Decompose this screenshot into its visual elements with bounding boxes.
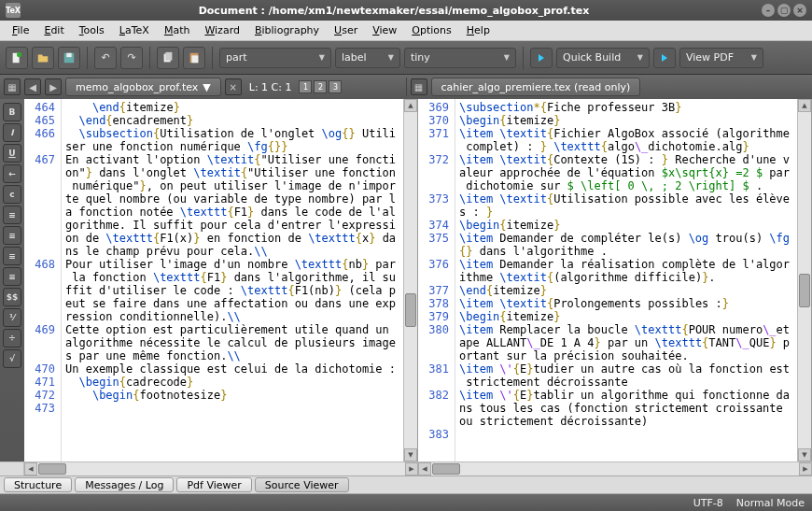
titlebar: TeX Document : /home/xm1/newtexmaker/ess…: [0, 0, 812, 21]
right-file-tab[interactable]: cahier_algo_premiere.tex (read only): [431, 78, 641, 96]
pane-layout-3[interactable]: 3: [329, 80, 342, 93]
pane-layout-1[interactable]: 1: [299, 80, 312, 93]
side-button-1[interactable]: I: [3, 123, 21, 142]
section-combo-value: part: [226, 51, 247, 64]
right-scrollbar-v[interactable]: ▲ ▼: [797, 99, 811, 461]
scroll-left-button[interactable]: ◀: [24, 462, 37, 476]
left-code-area[interactable]: \end{itemize} \end{encadrement} \subsect…: [62, 99, 403, 461]
left-scrollbar-h[interactable]: ◀ ▶: [24, 461, 418, 476]
window-title: Document : /home/xm1/newtexmaker/essai/m…: [26, 5, 762, 17]
side-button-3[interactable]: ←: [3, 164, 21, 183]
right-pane-toggle-button[interactable]: ▦: [411, 78, 427, 95]
close-tab-button[interactable]: ×: [225, 78, 242, 95]
quickbuild-label: Quick Build: [563, 51, 621, 64]
menu-options[interactable]: Options: [405, 22, 457, 38]
side-button-10[interactable]: ⅟: [3, 308, 21, 327]
scroll-up-button[interactable]: ▲: [798, 99, 811, 112]
left-editor-pane: 464465466467468469470471472473 \end{item…: [24, 99, 418, 461]
side-button-2[interactable]: U: [3, 144, 21, 163]
menu-tools[interactable]: Tools: [73, 22, 111, 38]
svg-rect-5: [165, 51, 172, 60]
undo-button[interactable]: ↶: [94, 47, 117, 69]
left-scrollbar-v[interactable]: ▲ ▼: [403, 99, 417, 461]
viewpdf-run-button[interactable]: [653, 48, 676, 68]
quickbuild-run-button[interactable]: [530, 48, 553, 68]
right-gutter: 3693703713723733743753763773783793803813…: [418, 99, 455, 461]
app-icon: TeX: [6, 3, 21, 18]
open-file-button[interactable]: [32, 47, 54, 69]
play-icon: [539, 54, 544, 62]
maximize-icon[interactable]: ▢: [777, 4, 791, 17]
menu-latex[interactable]: LaTeX: [113, 22, 156, 38]
label-combo-value: label: [342, 51, 367, 64]
menubar: FileEditToolsLaTeXMathWizardBibliography…: [0, 21, 812, 41]
menu-edit[interactable]: Edit: [37, 22, 70, 38]
menu-math[interactable]: Math: [158, 22, 197, 38]
section-combo[interactable]: part▼: [219, 48, 331, 68]
right-scrollbar-h[interactable]: ◀ ▶: [418, 461, 812, 476]
side-button-5[interactable]: ≡: [3, 206, 21, 224]
bottom-tab-pdf-viewer[interactable]: Pdf Viewer: [176, 477, 251, 492]
scroll-thumb-h[interactable]: [432, 463, 460, 475]
side-button-7[interactable]: ≡: [3, 247, 21, 265]
scroll-right-button[interactable]: ▶: [799, 462, 812, 476]
side-button-11[interactable]: ÷: [3, 329, 21, 348]
paste-button[interactable]: [183, 47, 205, 69]
document-tabbar: ▦ ◀ ▶ memo_algobox_prof.tex▼ × L: 1 C: 1…: [0, 75, 812, 99]
play-icon: [662, 54, 667, 62]
left-gutter: 464465466467468469470471472473: [24, 99, 62, 461]
side-button-12[interactable]: √: [3, 349, 21, 368]
side-button-8[interactable]: ≡: [3, 267, 21, 286]
menu-view[interactable]: View: [366, 22, 403, 38]
bottom-tab-source-viewer[interactable]: Source Viewer: [255, 477, 349, 492]
redo-button[interactable]: ↷: [120, 47, 143, 69]
bottom-tab-messages-log[interactable]: Messages / Log: [75, 477, 174, 492]
right-code-area[interactable]: \subsection*{Fiche professeur 3B}\begin{…: [455, 99, 797, 461]
side-button-0[interactable]: B: [3, 103, 21, 121]
menu-bibliography[interactable]: Bibliography: [248, 22, 326, 38]
right-file-tab-label: cahier_algo_premiere.tex (read only): [441, 81, 631, 93]
nav-prev-button[interactable]: ◀: [24, 78, 41, 95]
left-file-tab-label: memo_algobox_prof.tex: [76, 81, 198, 93]
mode-label: Normal Mode: [736, 497, 805, 509]
menu-user[interactable]: User: [328, 22, 364, 38]
scroll-thumb-h[interactable]: [38, 463, 66, 475]
quickbuild-combo[interactable]: Quick Build▼: [556, 48, 650, 68]
format-sidebar: BIU←c≡≡≡≡$$⅟÷√: [0, 99, 24, 461]
save-button[interactable]: [58, 47, 80, 69]
menu-help[interactable]: Help: [460, 22, 497, 38]
side-button-6[interactable]: ≡: [3, 226, 21, 245]
label-combo[interactable]: label▼: [335, 48, 400, 68]
pane-layout-2[interactable]: 2: [314, 80, 327, 93]
svg-point-1: [17, 51, 21, 56]
side-button-9[interactable]: $$: [3, 288, 21, 306]
new-file-button[interactable]: [6, 47, 28, 69]
scroll-thumb[interactable]: [799, 274, 810, 307]
right-editor-pane: 3693703713723733743753763773783793803813…: [418, 99, 812, 461]
minimize-icon[interactable]: –: [762, 4, 775, 17]
svg-rect-3: [66, 52, 71, 56]
bottom-tab-structure[interactable]: Structure: [4, 477, 72, 492]
cursor-position: L: 1 C: 1: [245, 81, 296, 93]
svg-rect-7: [191, 55, 198, 63]
left-file-tab[interactable]: memo_algobox_prof.tex▼: [65, 78, 221, 96]
menu-file[interactable]: File: [6, 22, 35, 38]
scroll-right-button[interactable]: ▶: [405, 462, 418, 476]
viewpdf-combo[interactable]: View PDF▼: [679, 48, 763, 68]
bottom-tabs: StructureMessages / LogPdf ViewerSource …: [0, 476, 812, 494]
close-icon[interactable]: ×: [793, 4, 806, 17]
scroll-thumb[interactable]: [405, 293, 416, 327]
scroll-up-button[interactable]: ▲: [404, 99, 417, 112]
editor-area: BIU←c≡≡≡≡$$⅟÷√ 4644654664674684694704714…: [0, 99, 812, 461]
scroll-left-button[interactable]: ◀: [418, 462, 431, 476]
size-combo[interactable]: tiny▼: [404, 48, 516, 68]
main-toolbar: ↶ ↷ part▼ label▼ tiny▼ Quick Build▼ View…: [0, 41, 812, 75]
nav-next-button[interactable]: ▶: [45, 78, 62, 95]
statusbar: UTF-8 Normal Mode: [0, 494, 812, 511]
scroll-down-button[interactable]: ▼: [404, 448, 417, 461]
toggle-structure-button[interactable]: ▦: [4, 78, 21, 95]
menu-wizard[interactable]: Wizard: [198, 22, 246, 38]
side-button-4[interactable]: c: [3, 185, 21, 204]
scroll-down-button[interactable]: ▼: [798, 448, 811, 461]
copy-button[interactable]: [157, 47, 179, 69]
